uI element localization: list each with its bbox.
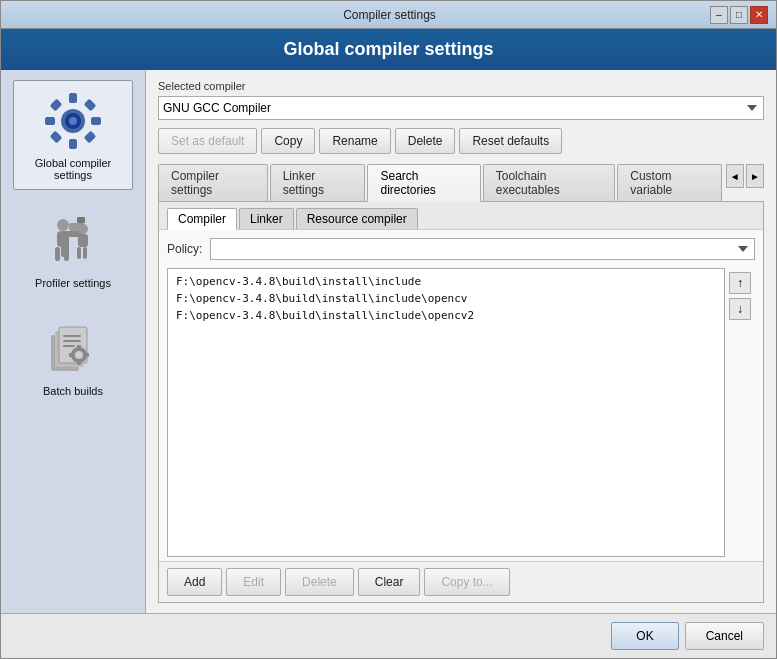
policy-row: Policy: [159,230,763,264]
svg-rect-22 [77,247,81,259]
window-title: Compiler settings [69,8,710,22]
title-bar-buttons: – □ ✕ [710,6,768,24]
svg-rect-17 [57,231,69,247]
gear-icon [41,89,105,153]
close-button[interactable]: ✕ [750,6,768,24]
edit-button[interactable]: Edit [226,568,281,596]
minimize-button[interactable]: – [710,6,728,24]
main-window: Compiler settings – □ ✕ Global compiler … [0,0,777,659]
directory-list[interactable]: F:\opencv-3.4.8\build\install\include F:… [167,268,725,557]
ok-button[interactable]: OK [611,622,678,650]
delete-button[interactable]: Delete [285,568,354,596]
inner-tab-resource-compiler[interactable]: Resource compiler [296,208,418,229]
set-as-default-button[interactable]: Set as default [158,128,257,154]
maximize-button[interactable]: □ [730,6,748,24]
inner-tab-linker[interactable]: Linker [239,208,294,229]
svg-rect-29 [63,345,75,347]
cancel-button[interactable]: Cancel [685,622,764,650]
copy-to-button[interactable]: Copy to... [424,568,509,596]
tab-custom-variable[interactable]: Custom variable [617,164,721,201]
header-banner: Global compiler settings [1,29,776,70]
svg-rect-21 [78,234,88,247]
sidebar-item-global[interactable]: Global compiler settings [13,80,133,190]
add-button[interactable]: Add [167,568,222,596]
toolbar-row: Set as default Copy Rename Delete Reset … [158,128,764,154]
svg-rect-32 [77,345,81,350]
scroll-buttons: ↑ ↓ [725,268,755,557]
scroll-up-button[interactable]: ↑ [729,272,751,294]
main-content: Global compiler settings [1,70,776,613]
tab-linker-settings[interactable]: Linker settings [270,164,366,201]
svg-rect-4 [45,117,55,125]
inner-tab-compiler[interactable]: Compiler [167,208,237,230]
tab-compiler-settings[interactable]: Compiler settings [158,164,268,201]
tab-toolchain-executables[interactable]: Toolchain executables [483,164,616,201]
title-bar: Compiler settings – □ ✕ [1,1,776,29]
rename-button[interactable]: Rename [319,128,390,154]
svg-rect-34 [69,353,74,357]
svg-rect-3 [69,139,77,149]
directory-list-container: F:\opencv-3.4.8\build\install\include F:… [167,268,755,557]
svg-rect-19 [64,247,69,261]
svg-point-31 [75,351,83,359]
svg-point-11 [69,117,77,125]
right-panel: Selected compiler GNU GCC Compiler Set a… [146,70,776,613]
profiler-icon [41,209,105,273]
main-tabs: Compiler settings Linker settings Search… [158,164,764,202]
clear-button[interactable]: Clear [358,568,421,596]
svg-rect-6 [50,99,63,112]
svg-rect-23 [83,247,87,259]
svg-rect-2 [69,93,77,103]
svg-rect-28 [63,340,81,342]
svg-rect-18 [55,247,60,261]
list-item[interactable]: F:\opencv-3.4.8\build\install\include\op… [172,307,720,324]
delete-button[interactable]: Delete [395,128,456,154]
svg-rect-14 [77,217,85,223]
sidebar: Global compiler settings [1,70,146,613]
svg-rect-35 [84,353,89,357]
compiler-dropdown[interactable]: GNU GCC Compiler [158,96,764,120]
batch-icon [41,317,105,381]
tab-nav-next-button[interactable]: ► [746,164,764,188]
ok-cancel-row: OK Cancel [1,613,776,658]
scroll-down-button[interactable]: ↓ [729,298,751,320]
selected-compiler-label: Selected compiler [158,80,764,92]
svg-rect-8 [50,131,63,144]
action-buttons-row: Add Edit Delete Clear Copy to... [159,561,763,602]
sidebar-batch-label: Batch builds [43,385,103,397]
svg-point-20 [78,224,88,234]
tab-search-directories[interactable]: Search directories [367,164,480,202]
policy-dropdown[interactable] [210,238,755,260]
inner-tabs: Compiler Linker Resource compiler [159,202,763,230]
compiler-select-row: GNU GCC Compiler [158,96,764,120]
tab-content-search-directories: Compiler Linker Resource compiler Policy… [158,202,764,603]
tab-nav-prev-button[interactable]: ◄ [726,164,744,188]
list-item[interactable]: F:\opencv-3.4.8\build\install\include\op… [172,290,720,307]
reset-defaults-button[interactable]: Reset defaults [459,128,562,154]
copy-button[interactable]: Copy [261,128,315,154]
svg-rect-5 [91,117,101,125]
sidebar-item-profiler[interactable]: Profiler settings [13,200,133,298]
sidebar-global-label: Global compiler settings [35,157,111,181]
svg-rect-7 [84,131,97,144]
sidebar-profiler-label: Profiler settings [35,277,111,289]
svg-rect-33 [77,360,81,365]
header-title: Global compiler settings [283,39,493,59]
svg-rect-9 [84,99,97,112]
svg-point-16 [57,219,69,231]
svg-rect-27 [63,335,81,337]
sidebar-item-batch[interactable]: Batch builds [13,308,133,406]
list-item[interactable]: F:\opencv-3.4.8\build\install\include [172,273,720,290]
policy-label: Policy: [167,242,202,256]
